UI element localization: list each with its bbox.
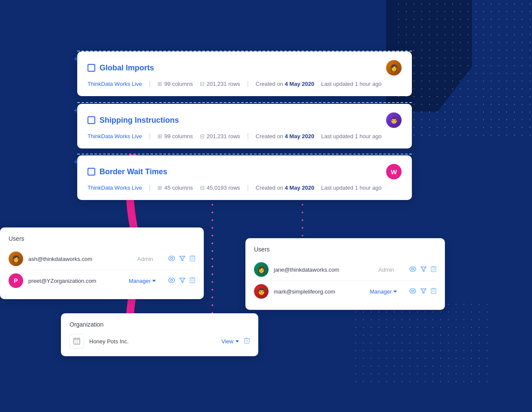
card-title-row-2: Shipping Instructions: [88, 116, 179, 125]
rows-1: ⊟ 201,231 rows: [200, 81, 240, 87]
created-on-3: Created on 4 May 2020: [256, 185, 314, 191]
last-updated-1: Last updated 1 hour ago: [321, 81, 381, 87]
org-view-chevron: [236, 340, 239, 342]
svg-point-6: [412, 290, 414, 292]
columns-icon-1: ⊞: [157, 81, 162, 87]
divider-2b: |: [247, 132, 249, 140]
delete-icon-jane[interactable]: [431, 266, 436, 273]
org-view-button[interactable]: View: [221, 338, 239, 345]
rows-icon-1: ⊟: [200, 81, 205, 87]
rows-3: ⊟ 45,0193 rows: [200, 185, 240, 191]
svg-rect-8: [74, 338, 80, 344]
filter-icon-jane[interactable]: [420, 266, 426, 273]
org-row: Honey Pots Inc. View: [70, 334, 250, 348]
last-updated-3: Last updated 1 hour ago: [321, 185, 381, 191]
org-delete-icon[interactable]: [244, 337, 250, 345]
dataset-card-shipping: Shipping Instructions 👨 ThinkData Works …: [77, 104, 412, 148]
svg-rect-9: [245, 339, 249, 343]
user-email-jane: jane@thinkdataworks.com: [274, 267, 373, 273]
card-title-1[interactable]: Global Imports: [100, 64, 154, 73]
delete-icon-mark[interactable]: [431, 288, 436, 295]
rows-icon-3: ⊟: [200, 185, 205, 191]
card-meta-3: ThinkData Works Live | ⊞ 45 columns ⊟ 45…: [88, 184, 402, 191]
dataset-card-border-wait: Border Wait Times W ThinkData Works Live…: [77, 155, 412, 200]
columns-1: ⊞ 99 columns: [157, 81, 193, 87]
bg-dots-top-right: [395, 0, 532, 137]
card-title-2[interactable]: Shipping Instructions: [100, 116, 179, 125]
card-avatar-1: 👩: [386, 60, 402, 76]
filter-icon-preet[interactable]: [179, 277, 185, 285]
dashed-border-2: [77, 102, 412, 103]
card-source-3[interactable]: ThinkData Works Live: [88, 185, 142, 191]
user-role-preet[interactable]: Manager: [129, 278, 163, 284]
user-avatar-jane: 👩: [254, 262, 269, 277]
user-avatar-ash: 👩: [9, 251, 23, 266]
divider-3b: |: [247, 184, 249, 191]
card-checkbox-1[interactable]: [88, 64, 95, 72]
svg-point-2: [171, 279, 173, 282]
rows-icon-2: ⊟: [200, 133, 205, 139]
created-on-2: Created on 4 May 2020: [256, 133, 314, 139]
users-panel-2-title: Users: [254, 246, 436, 253]
user-role-ash: Admin: [137, 256, 163, 262]
dataset-card-global-imports: Global Imports 👩 ThinkData Works Live | …: [77, 52, 412, 96]
card-source-1[interactable]: ThinkData Works Live: [88, 81, 142, 87]
card-meta-1: ThinkData Works Live | ⊞ 99 columns ⊟ 20…: [88, 80, 402, 88]
view-icon-mark[interactable]: [409, 288, 416, 295]
user-actions-mark: [409, 288, 436, 295]
svg-rect-1: [190, 256, 195, 261]
card-header-1: Global Imports 👩: [88, 60, 402, 76]
card-checkbox-2[interactable]: [88, 116, 95, 124]
user-avatar-mark: 👨: [254, 284, 269, 299]
card-source-2[interactable]: ThinkData Works Live: [88, 133, 142, 139]
delete-icon-preet[interactable]: [190, 277, 195, 285]
card-meta-2: ThinkData Works Live | ⊞ 99 columns ⊟ 20…: [88, 132, 402, 140]
card-header-3: Border Wait Times W: [88, 164, 402, 179]
user-role-mark[interactable]: Manager: [370, 288, 404, 295]
user-email-preet: preet@YZorganization.com: [28, 278, 124, 284]
org-panel: Organization Honey Pots Inc. View: [61, 313, 258, 356]
users-panel-1-title: Users: [9, 235, 195, 242]
role-chevron-preet: [152, 280, 156, 282]
users-panel-1: Users 👩 ash@thinkdataworks.com Admin: [0, 227, 204, 299]
rows-2: ⊟ 201,231 rows: [200, 133, 240, 139]
user-avatar-preet: P: [9, 273, 23, 288]
user-actions-preet: [168, 277, 195, 285]
card-title-3[interactable]: Border Wait Times: [100, 167, 167, 176]
columns-3: ⊞ 45 columns: [157, 185, 193, 191]
dashed-border-3: [77, 154, 412, 154]
columns-icon-2: ⊞: [157, 133, 162, 139]
columns-icon-3: ⊞: [157, 185, 162, 191]
org-panel-title: Organization: [70, 321, 250, 328]
card-checkbox-3[interactable]: [88, 168, 95, 176]
org-name: Honey Pots Inc.: [89, 338, 216, 345]
view-icon-ash[interactable]: [168, 255, 175, 262]
card-header-2: Shipping Instructions 👨: [88, 112, 402, 128]
filter-icon-ash[interactable]: [179, 255, 185, 263]
last-updated-2: Last updated 1 hour ago: [321, 133, 381, 139]
svg-rect-7: [431, 289, 436, 294]
svg-point-4: [412, 268, 414, 270]
card-avatar-3: W: [386, 164, 402, 179]
user-actions-ash: [168, 255, 195, 263]
user-row-preet: P preet@YZorganization.com Manager: [9, 270, 195, 291]
columns-2: ⊞ 99 columns: [157, 133, 193, 139]
user-email-ash: ash@thinkdataworks.com: [28, 256, 132, 262]
users-panel-2: Users 👩 jane@thinkdataworks.com Admin: [245, 238, 445, 310]
view-icon-jane[interactable]: [409, 266, 416, 273]
user-row-ash: 👩 ash@thinkdataworks.com Admin: [9, 248, 195, 270]
divider-3a: |: [149, 184, 151, 191]
view-icon-preet[interactable]: [168, 277, 175, 284]
divider-1b: |: [247, 80, 249, 88]
svg-point-0: [171, 258, 173, 260]
created-on-1: Created on 4 May 2020: [256, 81, 314, 87]
svg-rect-5: [431, 267, 436, 272]
delete-icon-ash[interactable]: [190, 255, 195, 263]
card-title-row-1: Global Imports: [88, 64, 154, 73]
svg-rect-3: [190, 278, 195, 283]
user-email-mark: mark@simplelifeorg.com: [274, 288, 365, 295]
filter-icon-mark[interactable]: [420, 288, 426, 295]
user-row-mark: 👨 mark@simplelifeorg.com Manager: [254, 281, 436, 302]
role-chevron-mark: [393, 291, 397, 293]
user-row-jane: 👩 jane@thinkdataworks.com Admin: [254, 259, 436, 281]
